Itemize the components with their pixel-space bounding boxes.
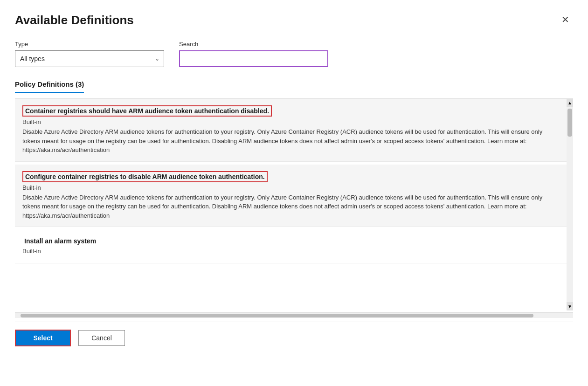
type-select[interactable]: All typesBuilt-inCustomStatic	[15, 50, 164, 67]
definition-title-3: Install an alarm system	[22, 236, 98, 246]
definitions-list: Container registries should have ARM aud…	[15, 98, 573, 263]
type-select-wrapper: All typesBuilt-inCustomStatic ⌄	[15, 50, 164, 67]
definition-title-2: Configure container registries to disabl…	[22, 171, 268, 182]
filters-row: Type All typesBuilt-inCustomStatic ⌄ Sea…	[15, 41, 573, 67]
dialog-footer: Select Cancel	[15, 322, 573, 356]
section-header: Policy Definitions (3)	[15, 80, 573, 93]
scroll-thumb	[567, 109, 572, 137]
search-label: Search	[179, 41, 328, 48]
search-filter-group: Search	[179, 41, 328, 67]
list-item[interactable]: Container registries should have ARM aud…	[15, 99, 567, 162]
definition-desc-1: Disable Azure Active Directory ARM audie…	[22, 127, 559, 155]
definition-type-2: Built-in	[22, 184, 559, 191]
definition-desc-2: Disable Azure Active Directory ARM audie…	[22, 193, 559, 221]
vertical-scrollbar: ▲ ▼	[567, 98, 573, 310]
definition-title-1: Container registries should have ARM aud…	[22, 105, 272, 117]
definition-type-3: Built-in	[22, 248, 559, 255]
definitions-list-wrapper: Container registries should have ARM aud…	[15, 98, 573, 310]
section-title: Policy Definitions (3)	[15, 80, 84, 93]
type-label: Type	[15, 41, 164, 48]
horizontal-scrollbar	[15, 312, 573, 318]
search-input[interactable]	[179, 50, 328, 67]
dialog-header: Available Definitions ✕	[15, 13, 573, 28]
definition-type-1: Built-in	[22, 118, 559, 125]
available-definitions-dialog: Available Definitions ✕ Type All typesBu…	[0, 0, 588, 386]
scroll-up-button[interactable]: ▲	[567, 98, 573, 107]
horiz-scroll-thumb	[21, 314, 533, 317]
cancel-button[interactable]: Cancel	[78, 330, 125, 346]
list-item[interactable]: Install an alarm system Built-in	[15, 230, 567, 263]
list-item[interactable]: Configure container registries to disabl…	[15, 165, 567, 227]
select-button[interactable]: Select	[15, 330, 71, 346]
scroll-down-button[interactable]: ▼	[567, 302, 573, 310]
close-button[interactable]: ✕	[558, 13, 573, 26]
type-filter-group: Type All typesBuilt-inCustomStatic ⌄	[15, 41, 164, 67]
dialog-title: Available Definitions	[15, 13, 134, 28]
